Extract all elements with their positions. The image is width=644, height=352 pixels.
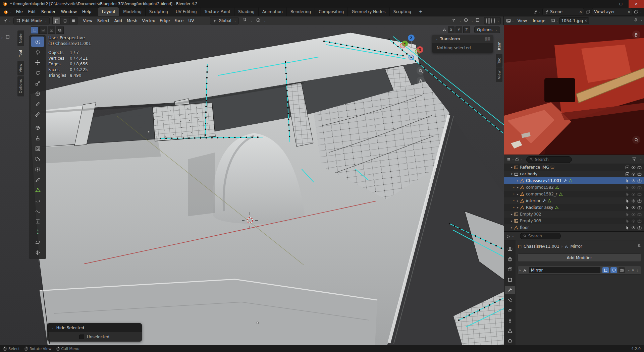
zoom-icon[interactable] bbox=[417, 67, 425, 75]
outliner-row-interior[interactable]: • ▸ interior bbox=[504, 197, 644, 204]
tab-constraints[interactable] bbox=[505, 317, 515, 325]
render-camera-icon[interactable] bbox=[637, 199, 642, 203]
mirror-z-toggle[interactable]: Z bbox=[463, 26, 470, 33]
drag-handle-icon[interactable]: ⡇ bbox=[637, 269, 639, 272]
tab-material[interactable] bbox=[505, 337, 515, 345]
expand-icon[interactable]: ▸ bbox=[509, 166, 514, 169]
selectable-cursor-icon[interactable] bbox=[625, 179, 630, 183]
tab-view-layer[interactable] bbox=[505, 266, 515, 274]
menu-edge[interactable]: Edge bbox=[157, 18, 172, 24]
shading-wireframe-button[interactable] bbox=[485, 18, 487, 24]
select-intersect-mode-button[interactable] bbox=[56, 26, 64, 34]
breadcrumb-object[interactable]: Chassisrev11.001 bbox=[524, 244, 559, 249]
workspace-tab-shading[interactable]: Shading bbox=[234, 7, 259, 16]
expand-icon[interactable]: ▸ bbox=[516, 186, 520, 189]
close-button[interactable]: ✕ bbox=[629, 0, 644, 8]
image-datablock[interactable]: 1054-1.jpg ✕ bbox=[559, 17, 589, 24]
outliner-row-empty-003[interactable]: ▸ Empty.003 bbox=[504, 218, 644, 224]
add-workspace-button[interactable]: + bbox=[415, 7, 426, 16]
render-camera-icon[interactable] bbox=[637, 226, 642, 230]
breadcrumb-modifier[interactable]: Mirror bbox=[570, 244, 582, 249]
image-browse-button[interactable]: ⌄ bbox=[551, 18, 558, 23]
tool-rotate[interactable] bbox=[31, 68, 44, 78]
menu-uv[interactable]: UV bbox=[186, 18, 196, 24]
workspace-tab-rendering[interactable]: Rendering bbox=[287, 7, 315, 16]
left-tab-options[interactable]: Options bbox=[17, 76, 24, 96]
menu-vertex[interactable]: Vertex bbox=[140, 18, 158, 24]
workspace-tab-sculpting[interactable]: Sculpting bbox=[146, 7, 172, 16]
menu-help[interactable]: Help bbox=[79, 8, 94, 15]
pan-hand-icon[interactable] bbox=[632, 31, 640, 39]
outliner-row-chassisrev[interactable]: ▸ Chassisrev11.001 bbox=[504, 177, 644, 184]
left-tab-node[interactable]: Node bbox=[17, 31, 24, 46]
remove-viewlayer-icon[interactable]: ✕ bbox=[628, 10, 630, 14]
expand-icon[interactable]: ▸ bbox=[516, 199, 520, 202]
left-tab-view[interactable]: View bbox=[17, 61, 24, 75]
render-camera-icon[interactable] bbox=[637, 172, 642, 176]
outliner-row-floor[interactable]: ▸ floor bbox=[504, 224, 644, 231]
select-mode-face-button[interactable] bbox=[69, 17, 77, 24]
tool-poly-build[interactable] bbox=[31, 185, 44, 195]
proportional-editing-toggle[interactable] bbox=[256, 18, 261, 23]
menu-mesh[interactable]: Mesh bbox=[124, 18, 140, 24]
tool-select-box[interactable] bbox=[31, 37, 44, 47]
camera-view-icon[interactable] bbox=[416, 87, 424, 95]
transform-orientation-selector[interactable]: Global ⌄ bbox=[210, 17, 239, 24]
ortho-grid-icon[interactable] bbox=[416, 98, 424, 106]
tool-inset-faces[interactable] bbox=[31, 143, 44, 154]
snap-toggle[interactable] bbox=[243, 18, 247, 23]
shading-material-button[interactable] bbox=[491, 18, 493, 24]
remove-modifier-icon[interactable]: ✕ bbox=[632, 269, 634, 272]
render-camera-icon[interactable] bbox=[637, 219, 642, 223]
render-camera-icon[interactable] bbox=[637, 192, 642, 196]
minimize-button[interactable]: ─ bbox=[598, 0, 613, 8]
pin-icon[interactable] bbox=[634, 18, 638, 23]
redo-panel-header[interactable]: ⌄ Hide Selected bbox=[47, 323, 142, 332]
tab-render[interactable] bbox=[505, 245, 515, 253]
selectable-cursor-icon[interactable] bbox=[625, 199, 630, 203]
modifier-name-field[interactable]: Mirror bbox=[529, 267, 601, 274]
workspace-tab-modeling[interactable]: Modeling bbox=[119, 7, 146, 16]
tool-shrink-fatten[interactable] bbox=[31, 227, 44, 237]
tool-add-cube[interactable] bbox=[31, 123, 44, 133]
tool-options-dropdown[interactable]: Options ⌄ bbox=[474, 26, 500, 33]
selectable-cursor-icon[interactable] bbox=[625, 219, 630, 223]
hide-eye-icon[interactable] bbox=[631, 185, 636, 190]
app-menu-button[interactable]: ⌄ bbox=[2, 9, 13, 14]
modifier-realtime-toggle[interactable] bbox=[610, 267, 617, 273]
render-camera-icon[interactable] bbox=[637, 185, 642, 190]
menu-render[interactable]: Render bbox=[39, 8, 58, 15]
unlink-image-icon[interactable]: ✕ bbox=[584, 19, 587, 22]
menu-add[interactable]: Add bbox=[112, 18, 124, 24]
hide-eye-icon[interactable] bbox=[631, 212, 636, 217]
tab-particles[interactable] bbox=[505, 296, 515, 304]
workspace-tab-scripting[interactable]: Scripting bbox=[390, 7, 415, 16]
tool-edge-slide[interactable] bbox=[31, 216, 44, 227]
render-camera-icon[interactable] bbox=[637, 179, 642, 183]
scene-selector[interactable]: Scene ✕ bbox=[542, 8, 584, 15]
pin-icon[interactable] bbox=[637, 244, 641, 249]
tab-modifiers[interactable] bbox=[505, 286, 515, 294]
tool-bevel[interactable] bbox=[31, 154, 44, 164]
show-gizmo-toggle[interactable] bbox=[451, 18, 456, 23]
render-camera-icon[interactable] bbox=[637, 165, 642, 170]
tool-transform[interactable] bbox=[31, 89, 44, 99]
viewlayer-browse-button[interactable] bbox=[586, 9, 590, 14]
workspace-tab-compositing[interactable]: Compositing bbox=[315, 7, 348, 16]
expand-icon[interactable]: ▸ bbox=[516, 206, 520, 209]
editor-corner-icon[interactable] bbox=[5, 35, 10, 40]
menu-face[interactable]: Face bbox=[172, 18, 186, 24]
sidebar-tab-item[interactable]: Item bbox=[496, 39, 502, 53]
menu-view[interactable]: View bbox=[80, 18, 95, 24]
sidebar-tab-tool[interactable]: Tool bbox=[496, 54, 502, 67]
expand-icon[interactable]: ▸ bbox=[509, 219, 514, 223]
tool-knife[interactable] bbox=[31, 175, 44, 185]
scene-browse-button[interactable]: ⌄ bbox=[533, 9, 541, 14]
mirror-x-toggle[interactable]: X bbox=[448, 26, 454, 33]
modifier-editmode-toggle[interactable] bbox=[602, 267, 609, 273]
editor-type-button[interactable]: ⌄ bbox=[506, 157, 514, 162]
new-viewlayer-button[interactable]: ⌄ bbox=[634, 9, 642, 14]
expand-icon[interactable]: ▾ bbox=[509, 172, 514, 176]
display-mode-button[interactable]: ⌄ bbox=[515, 157, 523, 162]
exclude-checkbox-icon[interactable] bbox=[625, 165, 630, 170]
